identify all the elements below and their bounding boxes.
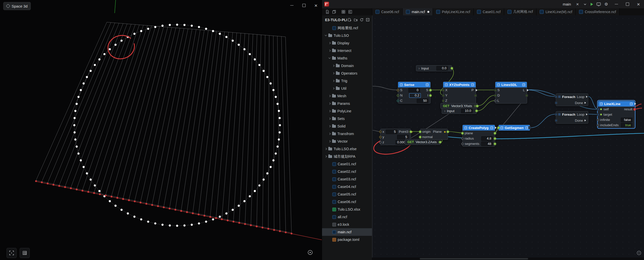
input-socket[interactable] [397,94,399,96]
output-socket[interactable] [439,141,441,143]
node-getsegments[interactable]: GetSegments [498,125,530,131]
input-socket[interactable] [379,136,381,138]
grid-view-icon[interactable] [341,10,346,14]
monitor-icon[interactable] [596,1,602,7]
input-socket[interactable] [555,95,558,98]
value-field[interactable]: 0.0 [436,66,448,71]
output-socket[interactable] [476,89,477,91]
input-socket[interactable] [379,141,381,143]
input-socket[interactable] [419,136,421,138]
space-3d-button[interactable]: Space 3d [3,2,31,10]
node-xyztopoints[interactable]: XYZtoPointsXPYZ [443,82,476,104]
node-open-icon[interactable] [525,126,528,129]
value-field-includeEnds[interactable]: true [621,123,632,127]
tree-item-Sets[interactable]: Sets [322,115,372,122]
value-field-N[interactable]: 0.2 [409,93,421,98]
minimize-button[interactable] [611,0,622,8]
tab-几何网格.ncf[interactable]: 几何网格.ncf [504,8,537,15]
tree-item-e3.lock[interactable]: e3.lock [322,221,372,228]
output-socket[interactable] [476,105,478,107]
value-field-x[interactable]: 5 [386,129,397,134]
new-folder-icon[interactable] [353,18,358,22]
tree-item-Maths[interactable]: Maths [322,54,372,62]
tree-item-Display[interactable]: Display [322,39,372,47]
node-plane[interactable]: originPlanenormal [420,129,448,140]
output-socket[interactable] [525,94,528,97]
layout-view-icon[interactable] [348,10,352,14]
tree-item-Vector[interactable]: Vector [322,138,372,145]
input-socket[interactable] [397,89,399,91]
tree-item-Case03.ncf[interactable]: Case03.ncf [322,175,372,183]
tree-item-Intersect[interactable]: Intersect [322,47,372,54]
value-field-y[interactable]: 5 [397,135,409,139]
node-serise[interactable]: SeriseS0SN0.2IC50 [398,82,431,104]
output-socket[interactable] [633,108,636,110]
refresh-icon[interactable] [359,18,364,22]
input-socket[interactable] [555,113,558,116]
tree-item-all.ncf[interactable]: all.ncf [322,213,372,221]
input-socket[interactable] [379,131,381,133]
horizontal-scrollbar[interactable] [372,257,644,260]
input-socket[interactable] [442,94,445,97]
tree-item-城市规划RPA[interactable]: 城市规划RPA [322,153,372,160]
node-open-icon[interactable] [471,83,474,86]
node-get-zaxis[interactable]: GETVector3.ZAxis [405,139,440,145]
tree-item-Solid[interactable]: Solid [322,122,372,130]
tree-item-Tulo.LSO.else[interactable]: Tulo.LSO.else [322,145,372,153]
tab-main.ncf[interactable]: main.ncf [403,8,433,15]
tree-item-main.ncf[interactable]: main.ncf [322,228,372,236]
input-socket[interactable] [419,131,421,133]
tab-CrossReference.ncf[interactable]: CrossReference.ncf [576,8,620,15]
node-input-b[interactable]: Input10.0 [442,108,477,114]
input-socket[interactable] [442,99,445,102]
node-input-a[interactable]: Input0.0 [416,65,452,71]
input-socket[interactable] [461,132,464,134]
run-button[interactable] [591,3,593,6]
tree-item-PolyLine[interactable]: PolyLine [322,107,372,115]
value-field-infinite[interactable]: false [621,118,632,122]
tree-item-Case02.ncf[interactable]: Case02.ncf [322,168,372,175]
tree-item-Operators[interactable]: Operators [322,70,372,77]
output-socket[interactable] [494,137,496,140]
input-socket[interactable] [497,127,500,129]
tree-item-Tulo.LSO[interactable]: Tulo.LSO [322,32,372,39]
run-config-label[interactable]: main [563,2,571,6]
clear-icon[interactable] [574,1,581,7]
output-socket[interactable] [429,94,432,96]
tab-PolyLineXLine.ncf[interactable]: PolyLineXLine.ncf [433,8,474,15]
input-socket[interactable] [494,94,497,97]
output-socket[interactable] [494,143,496,145]
frame-view-button[interactable] [7,248,17,258]
tree-item-Case01.ncf[interactable]: Case01.ncf [322,160,372,168]
input-socket[interactable] [555,119,558,122]
output-socket[interactable] [494,132,496,134]
output-socket[interactable] [475,110,478,112]
tree-item-网格重组.ncf[interactable]: 网格重组.ncf [322,24,372,32]
tree-item-Mesh[interactable]: Mesh [322,92,372,100]
file-panel-icon[interactable] [325,10,330,14]
tree-item-Case05.ncf[interactable]: Case05.ncf [322,190,372,198]
output-socket[interactable] [447,131,449,133]
status-circle-icon[interactable] [636,250,641,256]
output-socket[interactable] [410,131,412,133]
maximize-button[interactable] [302,3,306,8]
node-canvas[interactable]: Input0.0SeriseS0SN0.2IC50XYZtoPointsXPYZ… [372,15,644,260]
output-socket[interactable] [527,89,529,91]
node-linessdl[interactable]: LinesSDLSLDL [495,82,527,104]
value-field[interactable]: 10.0 [461,109,473,113]
tree-item-Case06.ncf[interactable]: Case06.ncf [322,198,372,206]
expand-chevron-icon[interactable] [444,109,445,113]
viewport-3d[interactable] [0,0,322,260]
collapse-all-icon[interactable] [365,18,370,22]
settings-gear-icon[interactable] [603,1,609,7]
tree-item-Case04.ncf[interactable]: Case04.ncf [322,183,372,190]
tree-item-Domain[interactable]: Domain [322,62,372,70]
vertical-scrollbar[interactable] [372,15,373,257]
value-field-segments[interactable]: 48 [481,142,493,146]
output-socket[interactable] [495,126,497,129]
input-socket[interactable] [461,137,464,140]
value-field-C[interactable]: 50 [417,99,428,103]
tree-item-Tulo.LSO.xlsx[interactable]: Tulo.LSO.xlsx [322,206,372,213]
input-socket[interactable] [494,100,496,102]
new-file-icon[interactable] [347,18,352,22]
